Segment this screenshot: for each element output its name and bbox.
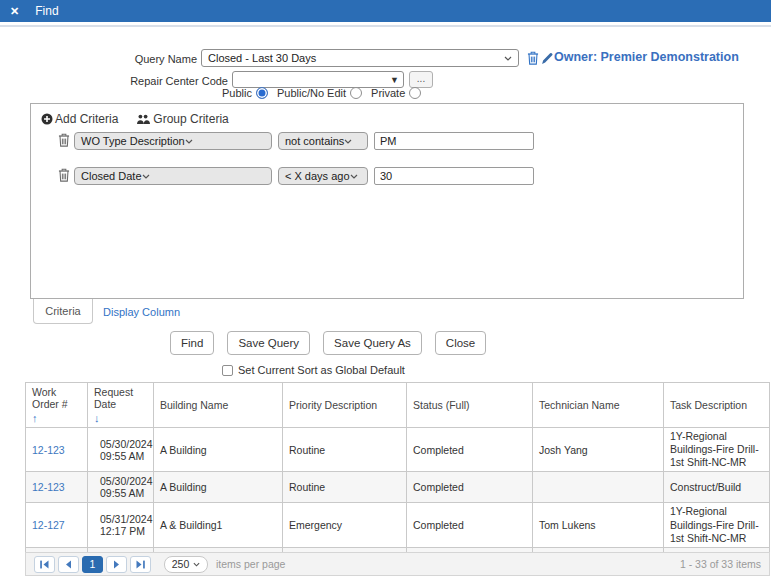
find-window: ✕ Find Query Name Closed - Last 30 Days … [0, 0, 771, 580]
chevron-down-icon [193, 562, 200, 567]
criteria-toolbar: Add Criteria Group Criteria [41, 112, 229, 126]
radio-public-selected-icon[interactable] [256, 87, 268, 99]
first-page-icon [39, 559, 50, 570]
repair-center-label: Repair Center Code [0, 75, 228, 87]
request-date-cell: 05/31/202412:17 PM [88, 503, 154, 547]
group-criteria-label: Group Criteria [153, 112, 228, 126]
task-cell: 1Y-Regional Buildings-Fire Drill-1st Shi… [664, 428, 770, 472]
global-sort-checkbox[interactable] [222, 365, 233, 376]
page-size-value: 250 [172, 558, 190, 570]
repair-center-input[interactable] [233, 74, 390, 86]
radio-private[interactable]: Private [371, 87, 421, 99]
priority-cell: Emergency [283, 503, 407, 547]
status-cell: Completed [407, 428, 533, 472]
repair-center-combo: ▼ [232, 71, 404, 88]
table-row: 12-123 05/30/202409:55 AM A Building Rou… [26, 428, 770, 472]
delete-criteria-icon[interactable] [58, 133, 70, 147]
table-header-row: Work Order # ↑ Request Date ↓ Building N… [26, 383, 770, 428]
delete-query-icon[interactable] [527, 51, 540, 65]
query-name-label: Query Name [0, 53, 197, 65]
previous-page-icon [63, 559, 74, 570]
combo-dropdown-icon[interactable]: ▼ [390, 75, 403, 85]
query-name-value: Closed - Last 30 Days [208, 52, 504, 64]
radio-public-label: Public [222, 87, 252, 99]
criteria-field-select[interactable]: WO Type Description [74, 132, 272, 150]
results-table: Work Order # ↑ Request Date ↓ Building N… [25, 382, 770, 552]
building-cell: A & Building1 [154, 503, 283, 547]
radio-public[interactable]: Public [222, 87, 268, 99]
radio-private-label: Private [371, 87, 405, 99]
add-criteria-button[interactable]: Add Criteria [41, 112, 118, 126]
criteria-value-input[interactable] [374, 167, 534, 185]
group-criteria-button[interactable]: Group Criteria [136, 112, 228, 126]
window-title: Find [35, 4, 58, 18]
column-header-technician[interactable]: Technician Name [533, 383, 664, 428]
sort-descending-icon[interactable]: ↓ [94, 412, 147, 424]
page-1-button[interactable]: 1 [82, 556, 103, 573]
criteria-value-input[interactable] [374, 132, 534, 150]
next-page-button[interactable] [106, 556, 127, 573]
request-date-cell: 05/30/202409:55 AM [88, 472, 154, 503]
criteria-operator-value: not contains [285, 135, 344, 147]
work-order-link[interactable]: 12-127 [32, 519, 65, 531]
criteria-panel: Add Criteria Group Criteria WO Type Desc… [30, 103, 744, 299]
radio-private-icon[interactable] [409, 87, 421, 99]
repair-center-browse-button[interactable]: ... [409, 71, 433, 88]
save-query-button[interactable]: Save Query [227, 331, 310, 355]
chevron-down-icon [185, 139, 193, 144]
column-header-task[interactable]: Task Description [664, 383, 770, 428]
delete-criteria-icon[interactable] [58, 168, 70, 182]
chevron-down-icon [504, 56, 512, 61]
priority-cell: Routine [283, 472, 407, 503]
criteria-operator-value: < X days ago [285, 170, 350, 182]
global-sort-label: Set Current Sort as Global Default [238, 364, 405, 376]
building-cell: A Building [154, 428, 283, 472]
items-per-page-label: items per page [216, 558, 285, 570]
previous-page-button[interactable] [58, 556, 79, 573]
column-header-building-name[interactable]: Building Name [154, 383, 283, 428]
tab-criteria[interactable]: Criteria [33, 299, 93, 324]
radio-public-no-edit-icon[interactable] [350, 87, 362, 99]
column-label: Work Order # [32, 386, 81, 410]
first-page-button[interactable] [34, 556, 55, 573]
next-page-icon [111, 559, 122, 570]
page-size-select[interactable]: 250 [164, 556, 208, 573]
last-page-icon [135, 559, 146, 570]
close-icon[interactable]: ✕ [10, 5, 19, 18]
column-header-priority[interactable]: Priority Description [283, 383, 407, 428]
query-owner-label: Owner: Premier Demonstration [554, 50, 739, 64]
tab-display-column[interactable]: Display Column [103, 306, 180, 318]
close-button[interactable]: Close [435, 331, 486, 355]
save-query-as-button[interactable]: Save Query As [323, 331, 422, 355]
query-name-select[interactable]: Closed - Last 30 Days [201, 49, 519, 67]
radio-public-no-edit[interactable]: Public/No Edit [277, 87, 362, 99]
work-order-link[interactable]: 12-123 [32, 481, 65, 493]
radio-public-no-edit-label: Public/No Edit [277, 87, 346, 99]
criteria-field-value: WO Type Description [81, 135, 185, 147]
criteria-field-select[interactable]: Closed Date [74, 167, 272, 185]
find-button[interactable]: Find [170, 331, 214, 355]
chevron-down-icon [142, 174, 150, 179]
technician-cell: Tom Lukens [533, 503, 664, 547]
criteria-operator-select[interactable]: < X days ago [278, 167, 368, 185]
edit-query-icon[interactable] [541, 51, 554, 65]
technician-cell [533, 472, 664, 503]
add-criteria-label: Add Criteria [55, 112, 118, 126]
work-order-link[interactable]: 12-123 [32, 444, 65, 456]
request-date-cell: 05/30/202409:55 AM [88, 428, 154, 472]
column-header-request-date[interactable]: Request Date ↓ [88, 383, 154, 428]
column-header-work-order[interactable]: Work Order # ↑ [26, 383, 88, 428]
task-cell: Construct/Build [664, 472, 770, 503]
last-page-button[interactable] [130, 556, 151, 573]
criteria-operator-select[interactable]: not contains [278, 132, 368, 150]
table-row: 12-123 05/30/202409:55 AM A Building Rou… [26, 472, 770, 503]
technician-cell: Josh Yang [533, 428, 664, 472]
table-row: 12-127 05/31/202412:17 PM A & Building1 … [26, 503, 770, 547]
column-header-status[interactable]: Status (Full) [407, 383, 533, 428]
building-cell: A Building [154, 472, 283, 503]
sort-ascending-icon[interactable]: ↑ [32, 412, 81, 424]
visibility-radio-group: Public Public/No Edit Private [222, 87, 421, 99]
criteria-field-value: Closed Date [81, 170, 142, 182]
plus-circle-icon [41, 113, 53, 125]
global-sort-option: Set Current Sort as Global Default [222, 364, 405, 376]
